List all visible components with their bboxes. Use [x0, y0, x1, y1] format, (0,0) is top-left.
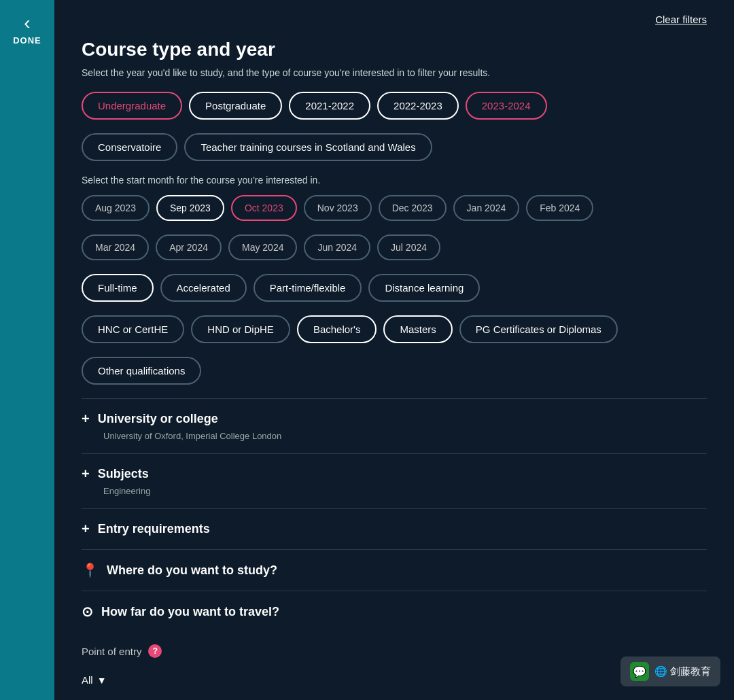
- month-label: Select the start month for the course yo…: [82, 175, 707, 186]
- plus-icon: +: [82, 466, 90, 482]
- month-pill-aug-2023[interactable]: Aug 2023: [82, 195, 150, 221]
- qual-pill-pg-certs[interactable]: PG Certificates or Diplomas: [459, 315, 618, 343]
- study-mode-pill-accelerated[interactable]: Accelerated: [160, 274, 247, 302]
- clear-filters-button[interactable]: Clear filters: [655, 14, 707, 25]
- expand-title-entry-requirements: Entry requirements: [98, 522, 210, 536]
- course-type-pills: UndergraduatePostgraduate2021-20222022-2…: [82, 92, 707, 120]
- month-pills-row1: Aug 2023Sep 2023Oct 2023Nov 2023Dec 2023…: [82, 195, 707, 221]
- qual-row-2: Other qualifications: [82, 357, 707, 385]
- top-bar: Clear filters: [82, 14, 707, 25]
- expand-header-university[interactable]: +University or college: [82, 411, 707, 427]
- expand-title-where-study: Where do you want to study?: [107, 563, 277, 578]
- expand-title-travel: How far do you want to travel?: [101, 605, 279, 619]
- month-pill-mar-2024[interactable]: Mar 2024: [82, 234, 149, 260]
- month-pill-sep-2023[interactable]: Sep 2023: [156, 195, 224, 221]
- month-pill-jul-2024[interactable]: Jul 2024: [377, 234, 440, 260]
- month-pill-nov-2023[interactable]: Nov 2023: [304, 195, 372, 221]
- point-of-entry-value: All: [82, 674, 93, 686]
- compass-icon: ⊙: [82, 603, 93, 620]
- expand-title-subjects: Subjects: [98, 467, 149, 481]
- qual-pill-hnc-certhe[interactable]: HNC or CertHE: [82, 315, 184, 343]
- study-mode-pills: Full-timeAcceleratedPart-time/flexibleDi…: [82, 274, 707, 302]
- course-type-pill-2021-2022[interactable]: 2021-2022: [289, 92, 370, 120]
- qual-pill-masters[interactable]: Masters: [383, 315, 452, 343]
- special-pill-teacher-training[interactable]: Teacher training courses in Scotland and…: [184, 133, 432, 161]
- location-icon: 📍: [82, 562, 99, 578]
- plus-icon: +: [82, 521, 90, 537]
- expand-header-subjects[interactable]: +Subjects: [82, 466, 707, 482]
- expand-subtitle-subjects: Engineering: [103, 486, 707, 496]
- page-title: Course type and year: [82, 39, 707, 60]
- qual-pill-hnd-diphe[interactable]: HND or DipHE: [191, 315, 290, 343]
- expand-section-university[interactable]: +University or collegeUniversity of Oxfo…: [82, 398, 707, 453]
- expand-title-university: University or college: [98, 412, 218, 426]
- chevron-down-icon: ▼: [97, 675, 107, 686]
- expand-header-travel[interactable]: ⊙How far do you want to travel?: [82, 603, 707, 620]
- back-button[interactable]: ‹ DONE: [13, 14, 41, 46]
- plus-icon: +: [82, 411, 90, 427]
- point-of-entry-select[interactable]: All ▼: [82, 674, 707, 686]
- expand-section-entry-requirements[interactable]: +Entry requirements: [82, 508, 707, 549]
- expand-subtitle-university: University of Oxford, Imperial College L…: [103, 431, 707, 441]
- month-pill-feb-2024[interactable]: Feb 2024: [526, 195, 593, 221]
- month-pill-oct-2023[interactable]: Oct 2023: [231, 195, 297, 221]
- month-pill-jun-2024[interactable]: Jun 2024: [304, 234, 370, 260]
- course-type-pill-2023-2024[interactable]: 2023-2024: [466, 92, 547, 120]
- special-pills: ConservatoireTeacher training courses in…: [82, 133, 707, 161]
- month-pill-may-2024[interactable]: May 2024: [228, 234, 297, 260]
- expand-section-where-study[interactable]: 📍Where do you want to study?: [82, 549, 707, 591]
- study-mode-pill-distance-learning[interactable]: Distance learning: [368, 274, 480, 302]
- watermark: 💬 🌐 剑藤教育: [621, 657, 720, 686]
- course-type-pill-undergraduate[interactable]: Undergraduate: [82, 92, 182, 120]
- month-pill-jan-2024[interactable]: Jan 2024: [453, 195, 520, 221]
- expand-section-subjects[interactable]: +SubjectsEngineering: [82, 453, 707, 508]
- course-type-pill-2022-2023[interactable]: 2022-2023: [377, 92, 459, 120]
- study-mode-pill-full-time[interactable]: Full-time: [82, 274, 154, 302]
- qual-pill-bachelors[interactable]: Bachelor's: [297, 315, 377, 343]
- expand-header-where-study[interactable]: 📍Where do you want to study?: [82, 562, 707, 578]
- month-pills-row2: Mar 2024Apr 2024May 2024Jun 2024Jul 2024: [82, 234, 707, 260]
- sidebar: ‹ DONE: [0, 0, 54, 700]
- point-of-entry-label: Point of entry: [82, 646, 141, 657]
- expand-section-travel[interactable]: ⊙How far do you want to travel?: [82, 591, 707, 632]
- point-of-entry-section: Point of entry ?: [82, 632, 707, 670]
- back-arrow-icon: ‹: [24, 14, 30, 33]
- expand-header-entry-requirements[interactable]: +Entry requirements: [82, 521, 707, 537]
- study-mode-pill-part-time[interactable]: Part-time/flexible: [254, 274, 362, 302]
- month-pill-apr-2024[interactable]: Apr 2024: [156, 234, 222, 260]
- course-type-pill-postgraduate[interactable]: Postgraduate: [189, 92, 282, 120]
- month-pill-dec-2023[interactable]: Dec 2023: [379, 195, 447, 221]
- qual-row-1: HNC or CertHEHND or DipHEBachelor'sMaste…: [82, 315, 707, 343]
- special-pill-conservatoire[interactable]: Conservatoire: [82, 133, 177, 161]
- main-content: Clear filters Course type and year Selec…: [54, 0, 734, 700]
- watermark-text: 🌐 剑藤教育: [654, 665, 711, 678]
- help-icon[interactable]: ?: [148, 644, 162, 658]
- page-subtitle: Select the year you'd like to study, and…: [82, 67, 707, 78]
- watermark-icon: 💬: [630, 662, 649, 681]
- qual-pill-other-qual[interactable]: Other qualifications: [82, 357, 201, 385]
- done-label: DONE: [13, 35, 41, 46]
